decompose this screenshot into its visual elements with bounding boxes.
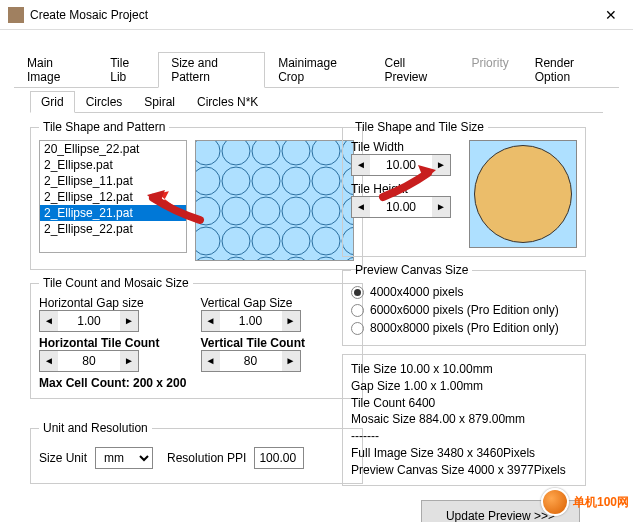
watermark: 单机100网 <box>541 488 629 516</box>
tab-cell-preview[interactable]: Cell Preview <box>372 52 459 88</box>
svg-point-21 <box>252 227 280 255</box>
hgap-label: Horizontal Gap size <box>39 296 193 310</box>
info-box: Tile Size 10.00 x 10.00mm Gap Size 1.00 … <box>342 354 586 486</box>
svg-point-20 <box>222 227 250 255</box>
ppi-input[interactable] <box>254 447 304 469</box>
spinner-right-icon[interactable]: ► <box>120 311 138 331</box>
subtab-grid[interactable]: Grid <box>30 91 75 113</box>
info-line: Tile Count 6400 <box>351 395 577 412</box>
svg-point-10 <box>282 167 310 195</box>
spinner-right-icon[interactable]: ► <box>282 311 300 331</box>
info-line: ------- <box>351 428 577 445</box>
subtab-spiral[interactable]: Spiral <box>133 91 186 113</box>
svg-point-15 <box>252 197 280 225</box>
hgap-spinner[interactable]: ◄ 1.00 ► <box>39 310 139 332</box>
canvas-opt-8000[interactable]: 8000x8000 pixels (Pro Edition only) <box>351 319 577 337</box>
vgap-value: 1.00 <box>220 311 282 331</box>
info-line: Mosaic Size 884.00 x 879.00mm <box>351 411 577 428</box>
svg-point-11 <box>312 167 340 195</box>
subtab-circles[interactable]: Circles <box>75 91 134 113</box>
tile-height-spinner[interactable]: ◄ 10.00 ► <box>351 196 451 218</box>
watermark-logo-icon <box>541 488 569 516</box>
svg-point-9 <box>252 167 280 195</box>
size-unit-label: Size Unit <box>39 451 87 465</box>
hcount-label: Horizontal Tile Count <box>39 336 193 350</box>
spinner-left-icon[interactable]: ◄ <box>352 197 370 217</box>
svg-point-16 <box>282 197 310 225</box>
tab-main-image[interactable]: Main Image <box>14 52 97 88</box>
canvas-opt-4000[interactable]: 4000x4000 pixels <box>351 283 577 301</box>
svg-point-7 <box>196 167 220 195</box>
tile-width-label: Tile Width <box>351 140 461 154</box>
radio-icon <box>351 286 364 299</box>
canvas-opt-6000[interactable]: 6000x6000 pixels (Pro Edition only) <box>351 301 577 319</box>
watermark-text: 单机100网 <box>573 494 629 511</box>
canvas-size-group: Preview Canvas Size 4000x4000 pixels 600… <box>342 263 586 346</box>
vcount-spinner[interactable]: ◄ 80 ► <box>201 350 301 372</box>
tile-preview <box>469 140 577 248</box>
info-line: Tile Size 10.00 x 10.00mm <box>351 361 577 378</box>
spinner-right-icon[interactable]: ► <box>432 155 450 175</box>
spinner-left-icon[interactable]: ◄ <box>352 155 370 175</box>
hcount-spinner[interactable]: ◄ 80 ► <box>39 350 139 372</box>
svg-point-23 <box>312 227 340 255</box>
spinner-left-icon[interactable]: ◄ <box>40 311 58 331</box>
tab-size-pattern[interactable]: Size and Pattern <box>158 52 265 88</box>
hcount-value: 80 <box>58 351 120 371</box>
unit-res-group: Unit and Resolution Size Unit mm Resolut… <box>30 421 363 484</box>
tile-count-legend: Tile Count and Mosaic Size <box>39 276 193 290</box>
tile-width-value: 10.00 <box>370 155 432 175</box>
spinner-right-icon[interactable]: ► <box>120 351 138 371</box>
list-item[interactable]: 2_Ellipse.pat <box>40 157 186 173</box>
list-item[interactable]: 2_Ellipse_22.pat <box>40 221 186 237</box>
tile-shape-pattern-legend: Tile Shape and Pattern <box>39 120 169 134</box>
spinner-left-icon[interactable]: ◄ <box>40 351 58 371</box>
spinner-right-icon[interactable]: ► <box>282 351 300 371</box>
svg-point-19 <box>196 227 220 255</box>
tab-priority: Priority <box>458 52 521 88</box>
svg-point-5 <box>312 141 340 165</box>
app-icon <box>8 7 24 23</box>
window-title: Create Mosaic Project <box>30 8 588 22</box>
ppi-label: Resolution PPI <box>167 451 246 465</box>
spinner-left-icon[interactable]: ◄ <box>202 351 220 371</box>
vgap-spinner[interactable]: ◄ 1.00 ► <box>201 310 301 332</box>
close-button[interactable]: ✕ <box>588 0 633 30</box>
tab-mainimage-crop[interactable]: Mainimage Crop <box>265 52 371 88</box>
list-item[interactable]: 2_Ellipse_12.pat <box>40 189 186 205</box>
pattern-list[interactable]: 20_Ellipse_22.pat 2_Ellipse.pat 2_Ellips… <box>39 140 187 253</box>
hgap-value: 1.00 <box>58 311 120 331</box>
tile-size-group: Tile Shape and Tile Size Tile Width ◄ 10… <box>342 120 586 257</box>
main-tabbar: Main Image Tile Lib Size and Pattern Mai… <box>0 30 633 88</box>
info-line: Gap Size 1.00 x 1.00mm <box>351 378 577 395</box>
subtab-circles-nk[interactable]: Circles N*K <box>186 91 269 113</box>
pattern-preview <box>195 140 354 261</box>
svg-point-2 <box>222 141 250 165</box>
tile-size-legend: Tile Shape and Tile Size <box>351 120 488 134</box>
tile-preview-circle <box>474 145 572 243</box>
canvas-opt-label: 8000x8000 pixels (Pro Edition only) <box>370 321 559 335</box>
svg-point-14 <box>222 197 250 225</box>
canvas-opt-label: 4000x4000 pixels <box>370 285 463 299</box>
svg-point-17 <box>312 197 340 225</box>
tab-tile-lib[interactable]: Tile Lib <box>97 52 158 88</box>
spinner-right-icon[interactable]: ► <box>432 197 450 217</box>
tile-shape-pattern-group: Tile Shape and Pattern 20_Ellipse_22.pat… <box>30 120 363 270</box>
list-item[interactable]: 2_Ellipse_11.pat <box>40 173 186 189</box>
sub-tabbar: Grid Circles Spiral Circles N*K <box>0 91 633 113</box>
vgap-label: Vertical Gap Size <box>201 296 355 310</box>
vcount-value: 80 <box>220 351 282 371</box>
tab-render-option[interactable]: Render Option <box>522 52 619 88</box>
tile-height-value: 10.00 <box>370 197 432 217</box>
max-cell-label: Max Cell Count: 200 x 200 <box>39 376 354 390</box>
unit-res-legend: Unit and Resolution <box>39 421 152 435</box>
list-item-selected[interactable]: 2_Ellipse_21.pat <box>40 205 186 221</box>
svg-point-4 <box>282 141 310 165</box>
tile-width-spinner[interactable]: ◄ 10.00 ► <box>351 154 451 176</box>
radio-icon <box>351 322 364 335</box>
info-line: Preview Canvas Size 4000 x 3977Pixels <box>351 462 577 479</box>
spinner-left-icon[interactable]: ◄ <box>202 311 220 331</box>
list-item[interactable]: 20_Ellipse_22.pat <box>40 141 186 157</box>
titlebar: Create Mosaic Project ✕ <box>0 0 633 30</box>
size-unit-select[interactable]: mm <box>95 447 153 469</box>
